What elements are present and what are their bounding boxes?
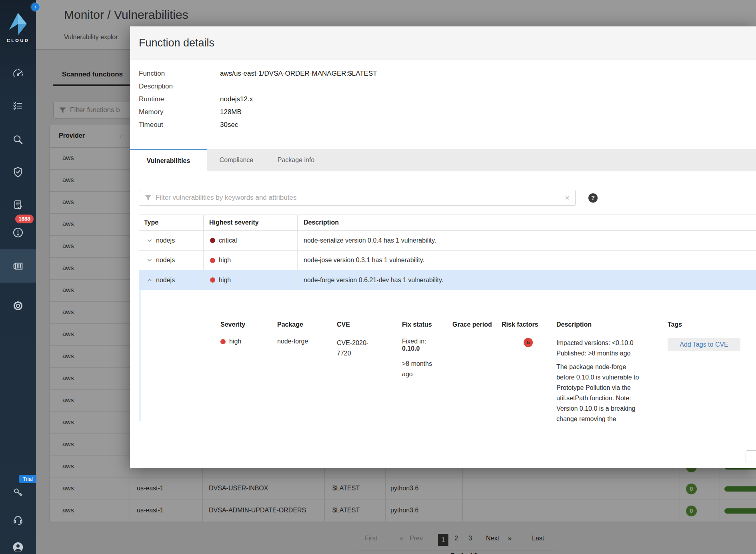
vuln-row-node-serialize[interactable]: nodejs critical node-serialize version 0… <box>139 231 756 251</box>
field-label-runtime: Runtime <box>139 95 220 108</box>
key-icon <box>12 487 24 499</box>
detail-header-description: Description <box>556 321 644 328</box>
sidebar-item-audit[interactable] <box>0 194 36 216</box>
vulnerabilities-table: Type Highest severity Description nodejs… <box>139 215 756 290</box>
vuln-description: node-jose version 0.3.1 has 1 vulnerabil… <box>304 257 424 264</box>
sidebar-item-settings[interactable] <box>0 295 36 317</box>
sidebar-item-policies[interactable] <box>0 95 36 117</box>
detail-header-fix-status: Fix status <box>402 321 439 328</box>
field-value-memory: 128MB <box>220 108 242 121</box>
detail-header-cve: CVE <box>337 321 375 328</box>
gear-icon <box>12 300 24 312</box>
aqua-logo[interactable] <box>0 12 36 38</box>
vuln-type: nodejs <box>156 257 175 264</box>
sidebar: CLOUD 1888 <box>0 0 36 554</box>
checklist-icon <box>12 100 24 112</box>
funnel-icon <box>145 195 152 201</box>
expanded-accent-line <box>140 290 140 421</box>
detail-package: node-forge <box>277 338 308 345</box>
modal-header: Function details <box>130 26 756 60</box>
trial-badge: Trial <box>19 475 36 483</box>
tab-compliance[interactable]: Compliance <box>207 149 266 171</box>
chevron-down-icon[interactable] <box>147 239 152 242</box>
container-icon <box>12 260 24 272</box>
vuln-description: node-serialize version 0.0.4 has 1 vulne… <box>304 237 436 244</box>
vuln-row-node-forge-expanded[interactable]: nodejs high node-forge version 0.6.21-de… <box>139 270 756 290</box>
fix-status-label: Fixed in: <box>402 338 439 345</box>
alerts-count-badge: 1888 <box>15 215 34 223</box>
add-tags-to-cve-button[interactable]: Add Tags to CVE <box>668 338 740 351</box>
field-label-memory: Memory <box>139 108 220 121</box>
sidebar-expand-button[interactable]: › <box>31 3 40 11</box>
report-check-icon <box>12 199 24 211</box>
severity-label: critical <box>219 237 237 244</box>
vuln-row-node-jose[interactable]: nodejs high node-jose version 0.3.1 has … <box>139 251 756 270</box>
impacted-versions: Impacted versions: <0.10.0 <box>556 338 644 348</box>
sidebar-item-support[interactable] <box>0 509 36 531</box>
field-label-timeout: Timeout <box>139 121 220 134</box>
fix-version: 0.10.0 <box>402 345 439 352</box>
search-icon <box>12 134 24 146</box>
partial-button[interactable] <box>746 450 756 462</box>
cve-link[interactable]: CVE-2020-7720 <box>337 338 375 359</box>
severity-dot-high <box>220 339 226 344</box>
col-header-severity: Highest severity <box>204 215 298 230</box>
field-value-timeout: 30sec <box>220 121 238 134</box>
alert-circle-icon <box>12 227 24 239</box>
vuln-type: nodejs <box>156 277 175 284</box>
function-fields: Functionaws/us-east-1/DVSA-ORDER-MANAGER… <box>139 70 377 134</box>
detail-header-risk-factors: Risk factors <box>502 321 538 328</box>
tab-package-info[interactable]: Package info <box>266 149 326 171</box>
severity-label: high <box>219 257 231 264</box>
vuln-description: node-forge version 0.6.21-dev has 1 vuln… <box>304 277 443 284</box>
severity-label: high <box>219 277 231 284</box>
detail-header-tags: Tags <box>668 321 740 328</box>
vuln-table-header: Type Highest severity Description <box>139 215 756 231</box>
help-icon[interactable]: ? <box>588 193 598 203</box>
detail-severity: high <box>229 338 241 345</box>
detail-header-severity: Severity <box>220 321 245 328</box>
modal-title: Function details <box>139 37 214 49</box>
sidebar-item-search[interactable] <box>0 128 36 151</box>
severity-dot-critical <box>210 238 215 243</box>
chevron-up-icon[interactable] <box>147 279 152 282</box>
function-details-modal: Function details Functionaws/us-east-1/D… <box>130 26 756 468</box>
clear-filter-icon[interactable]: × <box>565 193 570 203</box>
user-avatar-icon <box>12 541 24 554</box>
expanded-vulnerability-detail: Severity high Package node-forge CVE CVE… <box>139 290 756 429</box>
sidebar-item-account[interactable] <box>0 536 36 554</box>
sidebar-item-licenses[interactable] <box>0 482 36 504</box>
field-value-function: aws/us-east-1/DVSA-ORDER-MANAGER:$LATEST <box>220 70 377 82</box>
cve-description-text: The package node-forge before 0.10.0 is … <box>556 362 644 424</box>
detail-header-grace-period: Grace period <box>452 321 492 328</box>
field-label-function: Function <box>139 70 220 82</box>
sidebar-item-dashboard[interactable] <box>0 63 36 85</box>
detail-header-package: Package <box>277 321 308 328</box>
logo-label: CLOUD <box>0 38 36 43</box>
risk-factors-badge[interactable]: 5 <box>524 338 533 347</box>
fix-age: >8 months ago <box>402 359 439 379</box>
field-value-runtime: nodejs12.x <box>220 95 253 108</box>
modal-tabs: Vulnerabilities Compliance Package info <box>130 149 756 171</box>
sidebar-item-alerts[interactable] <box>0 221 36 244</box>
published-age: Published: >8 months ago <box>556 348 644 359</box>
col-header-type: Type <box>139 215 204 230</box>
modal-footer-divider <box>130 429 756 429</box>
severity-dot-high <box>210 277 215 283</box>
gauge-icon <box>12 68 24 80</box>
field-label-description: Description <box>139 82 220 95</box>
vuln-filter-placeholder: Filter vulnerabilities by keywords and a… <box>156 194 296 202</box>
sidebar-item-containers[interactable] <box>0 249 36 283</box>
vulnerabilities-filter-input[interactable]: Filter vulnerabilities by keywords and a… <box>139 190 576 206</box>
col-header-description: Description <box>298 215 756 230</box>
severity-dot-high <box>210 258 215 263</box>
tab-vulnerabilities[interactable]: Vulnerabilities <box>130 149 207 171</box>
vuln-type: nodejs <box>156 237 175 244</box>
sidebar-item-assurance[interactable] <box>0 161 36 183</box>
shield-check-icon <box>12 166 24 178</box>
headset-icon <box>12 514 24 526</box>
chevron-down-icon[interactable] <box>147 259 152 262</box>
